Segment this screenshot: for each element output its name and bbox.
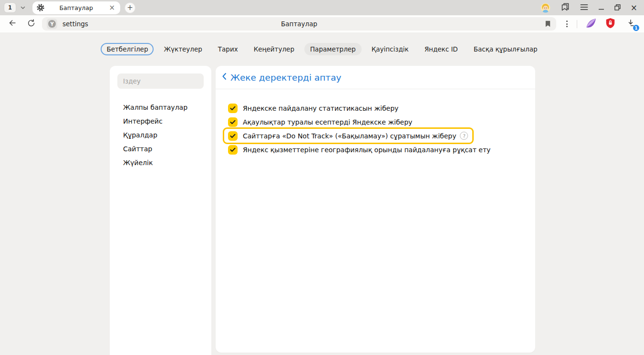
tab-strip: 1 Баптаулар × +: [0, 0, 644, 15]
omnibox-more-button[interactable]: [562, 18, 572, 30]
address-input[interactable]: settings: [62, 20, 88, 28]
tab-yandex-id[interactable]: Яндекс ID: [419, 43, 464, 55]
sidebar-item-tools[interactable]: Құралдар: [117, 128, 204, 142]
browser-menu-button[interactable]: [580, 3, 588, 12]
new-tab-button[interactable]: +: [125, 2, 135, 13]
settings-content: Жеке деректерді аптау Яндекске пайдалану…: [216, 66, 535, 353]
tab-security[interactable]: Қауіпсіздік: [366, 43, 415, 55]
toolbar-divider: [577, 20, 577, 28]
reload-icon: [27, 19, 36, 30]
side-panels-button[interactable]: [561, 2, 570, 13]
feather-icon: [584, 18, 597, 31]
page-title: Жеке деректерді аптау: [230, 73, 341, 83]
sidebar-item-system[interactable]: Жүйелік: [117, 156, 204, 169]
address-bar[interactable]: Y settings Баптаулар: [42, 17, 556, 31]
downloads-button[interactable]: 1: [624, 18, 638, 30]
tab-downloads[interactable]: Жүктеулер: [158, 43, 208, 55]
settings-sidebar: Жалпы баптаулар Интерфейс Құралдар Сайтт…: [110, 66, 211, 355]
checkbox-row-usage-stats: Яндекске пайдалану статистикасын жіберу: [228, 101, 535, 115]
panels-icon: [561, 2, 570, 13]
checkbox-label: Яндекс қызметтеріне географиялық орынды …: [243, 146, 490, 154]
checkbox-row-crash-reports: Ақаулықтар туралы есептерді Яндекске жіб…: [228, 115, 535, 129]
checkbox-checked-icon[interactable]: [228, 131, 238, 141]
sidebar-menu: Жалпы баптаулар Интерфейс Құралдар Сайтт…: [117, 100, 204, 169]
checkbox-label: Ақаулықтар туралы есептерді Яндекске жіб…: [243, 118, 412, 126]
restore-icon: [614, 3, 621, 12]
tab-counter-button[interactable]: 1: [4, 2, 16, 13]
tabstrip-right-controls: ×: [540, 2, 637, 13]
tab-history[interactable]: Тарих: [212, 43, 244, 55]
browser-window: 1 Баптаулар × +: [0, 0, 644, 355]
feather-extension-button[interactable]: [583, 18, 597, 30]
bookmark-flag-icon[interactable]: [545, 20, 551, 30]
back-button[interactable]: [6, 18, 19, 30]
omnibox-page-title: Баптаулар: [42, 20, 556, 28]
settings-nav-tabs: Бетбелгілер Жүктеулер Тарих Кеңейтулер П…: [0, 43, 644, 55]
chevron-down-icon: [20, 3, 26, 12]
sidebar-item-general[interactable]: Жалпы баптаулар: [117, 100, 204, 114]
yandex-browser-badge: Y: [47, 19, 57, 29]
tab-bookmarks[interactable]: Бетбелгілер: [101, 43, 154, 55]
reload-button[interactable]: [25, 18, 38, 30]
help-icon[interactable]: ?: [460, 132, 468, 140]
gear-favicon-icon: [37, 4, 44, 11]
profile-avatar[interactable]: [540, 3, 551, 13]
checkbox-row-geolocation: Яндекс қызметтеріне географиялық орынды …: [228, 143, 535, 157]
tab-other-devices[interactable]: Басқа құрылғылар: [468, 43, 543, 55]
tab-title: Баптаулар: [44, 4, 108, 11]
download-count-badge: 1: [633, 25, 639, 31]
checkbox-checked-icon[interactable]: [228, 104, 238, 113]
tab-close-icon[interactable]: ×: [108, 4, 116, 11]
checkbox-label: Яндекске пайдалану статистикасын жіберу: [243, 104, 398, 112]
sidebar-item-interface[interactable]: Интерфейс: [117, 114, 204, 128]
minimize-icon: [598, 3, 604, 12]
window-minimize-button[interactable]: [598, 3, 604, 12]
checkbox-checked-icon[interactable]: [228, 145, 238, 155]
tab-extensions[interactable]: Кеңейтулер: [248, 43, 300, 55]
tab-settings[interactable]: Параметрлер: [304, 43, 362, 55]
yandex-logo-icon: Y: [48, 20, 56, 28]
chevron-left-icon: [222, 73, 227, 82]
privacy-checkbox-list: Яндекске пайдалану статистикасын жіберу …: [216, 89, 535, 157]
tab-list-chevron-button[interactable]: [18, 2, 28, 13]
checkbox-checked-icon[interactable]: [228, 117, 238, 127]
search-input[interactable]: [117, 73, 204, 89]
address-toolbar: Y settings Баптаулар: [0, 15, 644, 32]
checkbox-label: Сайттарға «Do Not Track» («Бақыламау») с…: [243, 132, 456, 140]
window-close-button[interactable]: ×: [631, 4, 637, 12]
browser-tab-settings[interactable]: Баптаулар ×: [32, 1, 120, 14]
window-restore-button[interactable]: [614, 3, 621, 12]
close-icon: ×: [631, 4, 637, 12]
arrow-left-icon: [8, 18, 17, 30]
section-header: Жеке деректерді аптау: [216, 66, 535, 89]
sidebar-item-sites[interactable]: Сайттар: [117, 142, 204, 156]
back-to-settings-link[interactable]: Жеке деректерді аптау: [222, 73, 341, 83]
hamburger-menu-icon: [580, 3, 588, 12]
protect-shield-button[interactable]: [603, 18, 617, 30]
shield-lock-icon: [605, 18, 615, 31]
checkbox-row-do-not-track: Сайттарға «Do Not Track» («Бақыламау») с…: [223, 127, 474, 144]
